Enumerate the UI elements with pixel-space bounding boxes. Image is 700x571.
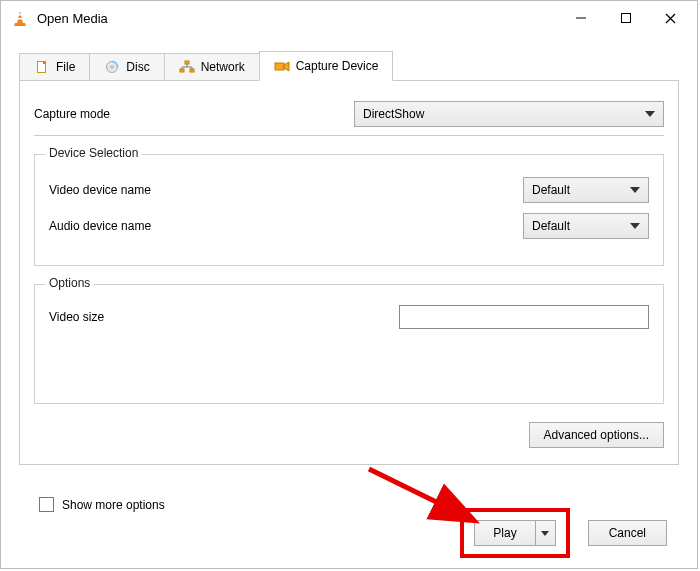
minimize-button[interactable] [558,3,603,33]
tab-capture-device[interactable]: Capture Device [259,51,394,81]
capture-panel: Capture mode DirectShow Device Selection… [19,81,679,465]
video-size-row: Video size [49,305,649,329]
svg-rect-15 [275,63,284,70]
svg-point-9 [43,62,45,64]
maximize-button[interactable] [603,3,648,33]
video-device-label: Video device name [49,183,513,197]
disc-icon [104,59,120,75]
separator [34,135,664,136]
video-size-label: Video size [49,310,389,324]
chevron-down-icon [541,531,549,536]
video-size-input[interactable] [399,305,649,329]
capture-mode-row: Capture mode DirectShow [34,101,664,127]
chevron-down-icon [630,187,640,193]
svg-point-11 [111,66,114,69]
window-controls [558,3,693,33]
capture-mode-value: DirectShow [363,107,424,121]
advanced-options-label: Advanced options... [544,428,649,442]
play-dropdown-button[interactable] [535,521,555,545]
capture-device-icon [274,58,290,74]
device-selection-group: Device Selection Video device name Defau… [34,154,664,266]
options-group: Options Video size [34,284,664,404]
options-legend: Options [45,276,94,290]
tab-disc[interactable]: Disc [89,53,164,81]
file-icon [34,59,50,75]
svg-marker-0 [17,11,23,23]
capture-mode-select[interactable]: DirectShow [354,101,664,127]
svg-marker-16 [284,62,289,71]
window-title: Open Media [37,11,558,26]
play-button[interactable]: Play [475,521,534,545]
svg-rect-12 [185,61,189,64]
capture-mode-label: Capture mode [34,107,354,121]
svg-rect-14 [190,69,194,72]
advanced-options-button[interactable]: Advanced options... [529,422,664,448]
show-more-options-label: Show more options [62,498,165,512]
svg-rect-2 [17,18,23,20]
svg-rect-1 [18,14,22,16]
chevron-down-icon [630,223,640,229]
play-split-button[interactable]: Play [474,520,555,546]
audio-device-value: Default [532,219,570,233]
video-device-value: Default [532,183,570,197]
cancel-button-label: Cancel [609,526,646,540]
audio-device-label: Audio device name [49,219,513,233]
client-area: File Disc Network Capture Device [1,35,697,568]
tab-file[interactable]: File [19,53,90,81]
open-media-window: Open Media File [0,0,698,569]
tab-network-label: Network [201,60,245,74]
video-device-row: Video device name Default [49,177,649,203]
video-device-select[interactable]: Default [523,177,649,203]
vlc-cone-icon [11,9,29,27]
svg-marker-3 [14,23,26,26]
tab-network[interactable]: Network [164,53,260,81]
show-more-options-row: Show more options [39,497,165,512]
close-button[interactable] [648,3,693,33]
show-more-options-checkbox[interactable] [39,497,54,512]
cancel-button[interactable]: Cancel [588,520,667,546]
play-button-label: Play [493,526,516,540]
audio-device-select[interactable]: Default [523,213,649,239]
advanced-row: Advanced options... [34,422,664,448]
tab-capture-device-label: Capture Device [296,59,379,73]
tabs-bar: File Disc Network Capture Device [19,51,679,81]
titlebar: Open Media [1,1,697,35]
chevron-down-icon [645,111,655,117]
tab-disc-label: Disc [126,60,149,74]
network-icon [179,59,195,75]
tab-file-label: File [56,60,75,74]
dialog-footer: Play Cancel [460,508,667,558]
svg-rect-5 [621,14,630,23]
device-selection-legend: Device Selection [45,146,142,160]
svg-rect-13 [180,69,184,72]
play-highlight-annotation: Play [460,508,569,558]
audio-device-row: Audio device name Default [49,213,649,239]
